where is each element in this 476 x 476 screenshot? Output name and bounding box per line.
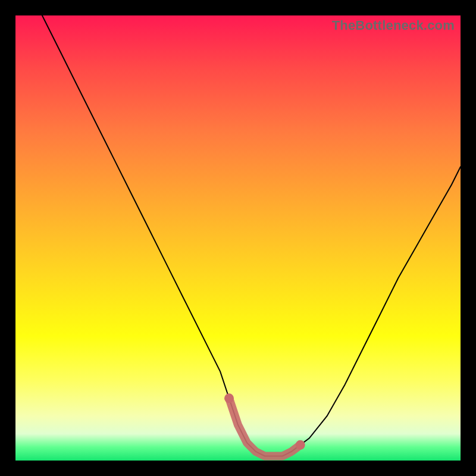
flat-region-end-dot	[224, 393, 234, 403]
flat-region-highlight	[229, 398, 300, 456]
bottleneck-curve	[42, 15, 461, 456]
chart-frame: TheBottleneck.com	[0, 0, 476, 476]
chart-svg	[15, 15, 461, 461]
plot-area: TheBottleneck.com	[15, 15, 461, 461]
flat-region-end-dot	[296, 440, 305, 450]
